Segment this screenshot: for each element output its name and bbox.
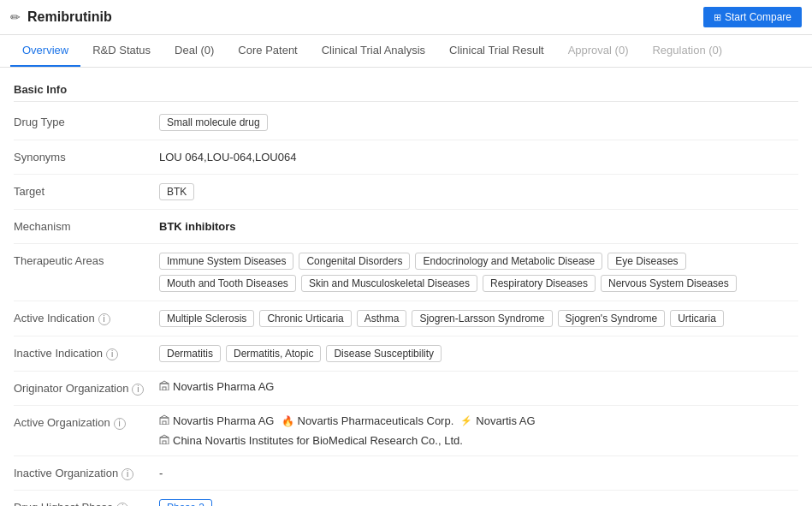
tab-core-patent[interactable]: Core Patent [226,35,309,67]
row-inactive-indication: Inactive Indication i Dermatitis Dermati… [14,336,798,372]
svg-marker-2 [160,381,169,384]
row-active-indication: Active Indication i Multiple Sclerosis C… [14,301,798,336]
lightning-icon: ⚡ [460,415,472,426]
tab-approval: Approval (0) [556,35,641,67]
main-content: Basic Info Drug Type Small molecule drug… [0,68,812,506]
info-icon-drug-phase[interactable]: i [116,503,128,506]
row-synonyms: Synonyms LOU 064,LOU-064,LOU064 [14,140,798,175]
mechanism-text: BTK inhibitors [159,218,236,233]
value-therapeutic-areas: Immune System Diseases Congenital Disord… [159,253,798,292]
org-novartis-pharma: Novartis Pharma AG [159,414,275,427]
value-active-indication: Multiple Sclerosis Chronic Urticaria Ast… [159,310,798,327]
tag-small-molecule: Small molecule drug [159,114,268,131]
label-synonyms: Synonyms [14,149,159,164]
label-target: Target [14,183,159,198]
tag-dermatitis: Dermatitis [159,345,221,362]
tag-dermatitis-atopic: Dermatitis, Atopic [226,345,321,362]
nav-tabs: Overview R&D Status Deal (0) Core Patent… [0,35,812,68]
info-icon-active-org[interactable]: i [114,418,126,430]
value-active-org: Novartis Pharma AG 🔥 Novartis Pharmaceut… [159,414,798,447]
tag-multiple-sclerosis: Multiple Sclerosis [159,310,254,327]
row-originator-org: Originator Organization i Novartis Pharm… [14,372,798,406]
tag-disease-susceptibility: Disease Susceptibility [326,345,442,362]
svg-marker-8 [160,435,169,438]
info-icon-inactive-org[interactable]: i [122,468,133,480]
tab-clinical-trial-analysis[interactable]: Clinical Trial Analysis [310,35,437,67]
tag-btk: BTK [159,183,194,200]
value-target: BTK [159,183,798,200]
row-therapeutic-areas: Therapeutic Areas Immune System Diseases… [14,244,798,301]
tag-congenital: Congenital Disorders [299,253,410,270]
value-inactive-org: - [159,465,798,479]
tag-phase-3: Phase 3 [159,499,212,506]
info-icon-active-indication[interactable]: i [98,313,110,325]
value-synonyms: LOU 064,LOU-064,LOU064 [159,149,798,164]
tag-sjogren-larsson: Sjogren-Larsson Syndrome [412,310,552,327]
tag-urticaria: Urticaria [670,310,724,327]
inactive-org-text: - [159,465,163,479]
row-drug-phase: Drug Highest Phase i Phase 3 [14,491,798,506]
value-drug-phase: Phase 3 [159,499,798,506]
label-inactive-org: Inactive Organization i [14,465,159,480]
label-mechanism: Mechanism [14,218,159,233]
label-drug-phase: Drug Highest Phase i [14,499,159,506]
header: ✏ Remibrutinib ⊞ Start Compare [0,0,812,35]
synonyms-text: LOU 064,LOU-064,LOU064 [159,149,296,164]
info-icon-inactive-indication[interactable]: i [106,348,118,360]
value-inactive-indication: Dermatitis Dermatitis, Atopic Disease Su… [159,345,798,362]
tag-endocrinology: Endocrinology and Metabolic Disease [415,253,602,270]
info-icon-originator-org[interactable]: i [132,384,144,396]
tab-clinical-trial-result[interactable]: Clinical Trial Result [437,35,556,67]
pencil-icon: ✏ [10,10,21,24]
row-active-org: Active Organization i Novartis Pharma AG… [14,406,798,456]
org-name-novartis: Novartis Pharma AG [173,380,275,393]
active-org-name-1: Novartis Pharma AG [173,414,275,427]
tag-immune: Immune System Diseases [159,253,293,270]
section-basic-info: Basic Info [14,78,798,102]
tag-respiratory: Respiratory Diseases [483,275,596,292]
tag-asthma: Asthma [357,310,407,327]
svg-rect-7 [163,441,166,444]
header-left: ✏ Remibrutinib [10,9,112,25]
tag-mouth: Mouth and Tooth Diseases [159,275,296,292]
drug-title: Remibrutinib [27,9,112,25]
row-inactive-org: Inactive Organization i - [14,456,798,491]
active-org-name-2: Novartis Pharmaceuticals Corp. [298,414,454,427]
building-icon-1 [159,414,169,427]
label-originator-org: Originator Organization i [14,380,159,396]
tag-sjogrens-syndrome: Sjogren's Syndrome [558,310,666,327]
org-novartis-pharma-corp: 🔥 Novartis Pharmaceuticals Corp. [282,414,454,427]
svg-rect-4 [163,421,166,425]
org-novartis-ag: ⚡ Novartis AG [460,414,535,427]
label-active-org: Active Organization i [14,414,159,430]
label-active-indication: Active Indication i [14,310,159,325]
building-icon [159,380,169,393]
active-org-name-3: Novartis AG [476,414,535,427]
label-therapeutic-areas: Therapeutic Areas [14,253,159,267]
compare-label: Start Compare [725,11,791,23]
value-drug-type: Small molecule drug [159,114,798,131]
svg-marker-5 [160,415,169,418]
value-originator-org: Novartis Pharma AG [159,380,798,393]
tag-nervous: Nervous System Diseases [601,275,737,292]
row-drug-type: Drug Type Small molecule drug [14,105,798,140]
building-icon-2 [159,434,169,447]
row-target: Target BTK [14,175,798,210]
row-mechanism: Mechanism BTK inhibitors [14,210,798,244]
flame-icon: 🔥 [282,415,294,427]
active-org-name-4: China Novartis Institutes for BioMedical… [173,434,463,447]
tag-skin: Skin and Musculoskeletal Diseases [301,275,477,292]
tab-regulation: Regulation (0) [640,35,734,67]
label-inactive-indication: Inactive Indication i [14,345,159,360]
tab-rd-status[interactable]: R&D Status [80,35,163,67]
org-novartis-pharma-ag: Novartis Pharma AG [159,380,275,393]
start-compare-button[interactable]: ⊞ Start Compare [703,7,802,27]
tag-eye: Eye Diseases [608,253,685,270]
compare-icon: ⊞ [714,12,721,23]
org-china-novartis: China Novartis Institutes for BioMedical… [159,434,463,447]
tab-deal[interactable]: Deal (0) [163,35,226,67]
svg-rect-1 [163,387,166,390]
tag-chronic-urticaria: Chronic Urticaria [259,310,351,327]
tab-overview[interactable]: Overview [10,35,80,67]
value-mechanism: BTK inhibitors [159,218,798,233]
